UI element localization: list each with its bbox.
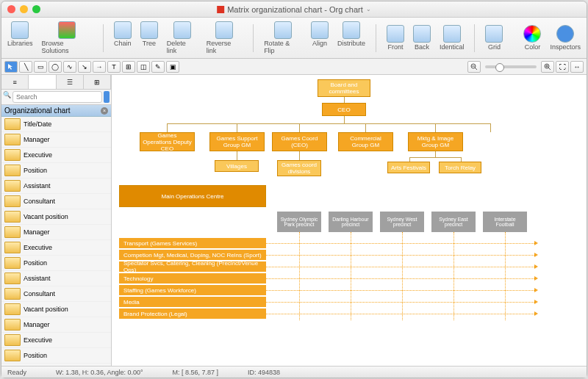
node-main-ops[interactable]: Main Operations Centre (119, 185, 266, 207)
fit-width-button[interactable]: ↔ (570, 61, 584, 73)
back-button[interactable]: Back (413, 25, 431, 51)
close-window-button[interactable] (7, 5, 15, 13)
connector-tool[interactable]: ↘ (78, 61, 91, 73)
node-commercial[interactable]: Commercial Group GM (338, 132, 393, 151)
search-button[interactable] (104, 91, 110, 103)
shape-thumb-icon (4, 149, 21, 161)
matrix-row-label[interactable]: Transport (Games Services) (119, 238, 266, 248)
chain-button[interactable]: Chain (114, 21, 132, 54)
node-arts[interactable]: Arts Festivals (387, 162, 430, 173)
sidebar-item[interactable]: Vacant position (1, 209, 111, 225)
sidebar-item[interactable]: Executive (1, 148, 111, 163)
matrix-row-label[interactable]: Competion Mgt, Medical, Doping, NOC Reln… (119, 250, 266, 260)
rotate-flip-button[interactable]: Rotate & Flip (264, 21, 302, 54)
precinct-header[interactable]: Darling Harbour precinct (329, 212, 373, 232)
align-icon (311, 21, 329, 39)
sidebar-item[interactable]: Title/Date (1, 117, 111, 132)
sidebar-tab-3[interactable]: ☰ (57, 75, 84, 89)
node-games-ops[interactable]: Games Operations Deputy CEO (140, 132, 195, 151)
chevron-down-icon[interactable]: ⌄ (366, 6, 371, 12)
node-villages[interactable]: Villages (215, 160, 259, 172)
minimize-window-button[interactable] (20, 5, 28, 13)
canvas[interactable]: Board and committeesCEOGames Operations … (112, 75, 587, 366)
precinct-header[interactable]: Sydney Olympic Park precinct (277, 212, 321, 232)
snap-tool[interactable]: ◫ (137, 61, 150, 73)
matrix-row-label[interactable]: Spectator Svcs, Catering, Cleaning (Prec… (119, 261, 266, 272)
node-torch[interactable]: Torch Relay (439, 162, 481, 173)
zoom-slider[interactable] (485, 65, 537, 68)
curve-tool[interactable]: ∿ (63, 61, 76, 73)
tree-icon (140, 21, 158, 39)
node-coord-div[interactable]: Games coord divisions (277, 160, 321, 176)
sidebar-item[interactable]: Manager (1, 225, 111, 240)
tool-palette: ╲ ▭ ◯ ∿ ↘ → T ⊞ ◫ ✎ ▣ ⛶ ↔ (1, 59, 587, 75)
shape-thumb-icon (4, 134, 21, 145)
sidebar-item[interactable]: Executive (1, 240, 111, 256)
precinct-header[interactable]: Interstate Football (483, 212, 527, 232)
sidebar-item-label: Executive (24, 244, 52, 251)
sidebar-item-label: Title/Date (24, 120, 51, 128)
node-board[interactable]: Board and committees (318, 79, 370, 97)
zoom-out-button[interactable] (467, 61, 481, 73)
back-icon (413, 25, 431, 43)
sidebar-library-header[interactable]: Organizational chart × (1, 105, 111, 117)
window-title: Matrix organizational chart - Org chart … (217, 5, 371, 14)
color-button[interactable]: Color (523, 25, 541, 51)
reverse-link-button[interactable]: Reverse link (207, 21, 243, 54)
sidebar-library-title: Organizational chart (4, 107, 71, 115)
pointer-tool[interactable] (4, 61, 18, 73)
grid-button[interactable]: Grid (485, 25, 503, 51)
front-button[interactable]: Front (387, 25, 404, 51)
sidebar-item[interactable]: Consultant (1, 286, 111, 302)
search-input[interactable] (12, 91, 102, 103)
distribute-button[interactable]: Distribute (337, 21, 365, 54)
delete-link-button[interactable]: Delete link (167, 21, 198, 54)
sidebar-item-label: Consultant (24, 198, 55, 205)
matrix-row-label[interactable]: Staffing (Games Workforce) (119, 285, 266, 295)
node-games-support[interactable]: Games Support Group GM (209, 132, 265, 151)
delete-link-icon (173, 21, 191, 39)
libraries-button[interactable]: Libraries (7, 21, 33, 54)
matrix-row-label[interactable]: Brand Protection (Legal) (119, 308, 266, 319)
rect-tool[interactable]: ▭ (34, 61, 47, 73)
sidebar-item[interactable]: Manager (1, 132, 111, 148)
browse-solutions-button[interactable]: Browse Solutions (42, 21, 93, 54)
zoom-window-button[interactable] (32, 5, 40, 13)
sidebar-item[interactable]: Executive (1, 333, 111, 348)
matrix-row-label[interactable]: Technology (119, 273, 266, 284)
node-mktg[interactable]: Mktg & Image Group GM (408, 132, 463, 151)
zoom-in-button[interactable] (541, 61, 554, 73)
matrix-row-label[interactable]: Media (119, 297, 266, 307)
sidebar-item[interactable]: Assistant (1, 271, 111, 286)
arrow-tool[interactable]: → (93, 61, 106, 73)
sidebar-item[interactable]: Position (1, 256, 111, 271)
sidebar-tab-1[interactable]: ≡ (1, 75, 29, 89)
sidebar-item[interactable]: Position (1, 163, 111, 178)
sidebar: ≡ ☰ ⊞ 🔍 Organizational chart × Title/Dat… (1, 75, 112, 366)
canvas-area[interactable]: Board and committeesCEOGames Operations … (112, 75, 587, 366)
pencil-tool[interactable]: ✎ (151, 61, 165, 73)
grid-tool[interactable]: ⊞ (122, 61, 135, 73)
fit-page-button[interactable]: ⛶ (556, 61, 569, 73)
tree-button[interactable]: Tree (140, 21, 158, 54)
align-button[interactable]: Align (311, 21, 329, 54)
precinct-header[interactable]: Sydney East precinct (431, 212, 476, 232)
ellipse-tool[interactable]: ◯ (49, 61, 62, 73)
sidebar-item[interactable]: Consultant (1, 194, 111, 209)
line-tool[interactable]: ╲ (19, 61, 32, 73)
node-ceo[interactable]: CEO (322, 103, 366, 116)
sidebar-item[interactable]: Assistant (1, 178, 111, 194)
sidebar-tab-2[interactable] (29, 75, 56, 89)
sidebar-tab-4[interactable]: ⊞ (84, 75, 111, 89)
close-library-icon[interactable]: × (101, 107, 108, 115)
identical-button[interactable]: Identical (440, 25, 465, 51)
sidebar-item-label: Position (24, 352, 47, 359)
sidebar-item[interactable]: Position (1, 348, 111, 364)
text-tool[interactable]: T (107, 61, 121, 73)
precinct-header[interactable]: Sydney West precinct (380, 212, 424, 232)
fill-tool[interactable]: ▣ (166, 61, 179, 73)
sidebar-item[interactable]: Manager (1, 317, 111, 333)
node-games-coord[interactable]: Games Coord (CEO) (272, 132, 327, 151)
sidebar-item[interactable]: Vacant position (1, 302, 111, 317)
inspectors-button[interactable]: Inspectors (550, 25, 581, 51)
